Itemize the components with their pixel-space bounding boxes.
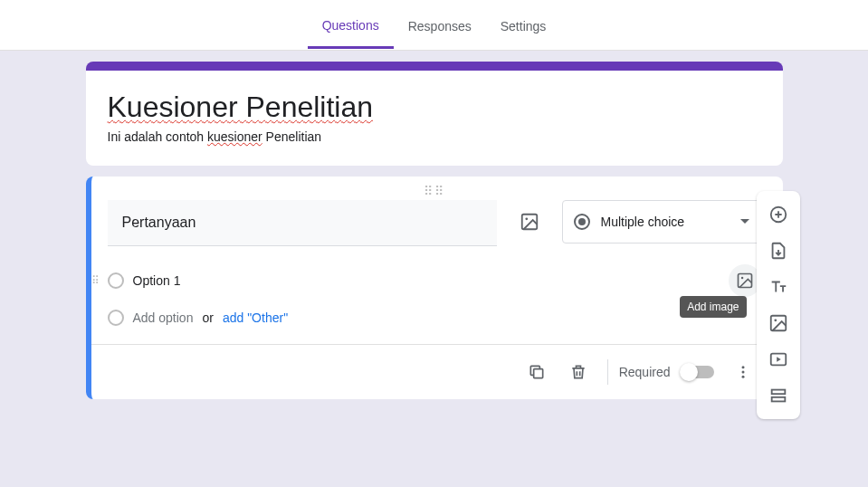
radio-placeholder-icon (108, 310, 124, 326)
or-text: or (202, 310, 213, 325)
add-option-row: Add option or add "Other" (108, 310, 761, 326)
text-icon (768, 277, 788, 297)
tooltip: Add image (680, 296, 746, 318)
option-row: ⠿ (108, 264, 761, 297)
required-label: Required (619, 365, 671, 379)
duplicate-button[interactable] (519, 354, 555, 390)
add-other-button[interactable]: add "Other" (223, 310, 288, 325)
divider (91, 344, 783, 345)
add-section-button[interactable] (762, 379, 795, 412)
svg-point-5 (741, 366, 744, 368)
svg-point-10 (774, 319, 777, 321)
svg-rect-13 (772, 397, 786, 402)
trash-icon (569, 363, 587, 381)
top-tabs: Questions Responses Settings (0, 0, 868, 51)
svg-point-6 (741, 371, 744, 374)
main-area: Kuesioner Penelitian Ini adalah contoh k… (0, 51, 868, 399)
add-video-button[interactable] (762, 343, 795, 376)
add-title-button[interactable] (762, 271, 795, 303)
question-footer: Required (108, 354, 761, 390)
svg-rect-4 (533, 369, 542, 378)
add-image-to-question-button[interactable] (511, 200, 548, 244)
desc-text-squiggle: kuesioner (207, 129, 262, 144)
side-toolbar (757, 191, 800, 419)
delete-button[interactable] (560, 354, 596, 390)
copy-icon (528, 363, 546, 381)
separator (607, 359, 608, 385)
image-icon (736, 272, 754, 290)
form-description[interactable]: Ini adalah contoh kuesioner Penelitian (108, 129, 761, 144)
svg-point-1 (525, 217, 528, 220)
question-card: ⠿⠿ Multiple choice ⠿ (86, 177, 783, 399)
question-header-row: Multiple choice (108, 200, 761, 246)
tab-questions[interactable]: Questions (308, 2, 394, 49)
add-question-button[interactable] (762, 198, 795, 231)
image-icon (520, 212, 539, 232)
tab-responses[interactable]: Responses (394, 3, 486, 48)
desc-text-2: Penelitian (262, 129, 321, 144)
more-options-button[interactable] (725, 354, 761, 390)
chevron-down-icon (740, 219, 749, 224)
add-image-button[interactable] (762, 307, 795, 339)
required-toggle[interactable] (682, 366, 714, 378)
form-title[interactable]: Kuesioner Penelitian (108, 91, 374, 124)
question-type-select[interactable]: Multiple choice (562, 200, 761, 244)
desc-text-1: Ini adalah contoh (108, 129, 208, 144)
drag-handle-icon[interactable]: ⠿⠿ (108, 184, 761, 200)
svg-rect-12 (772, 390, 786, 395)
tab-settings[interactable]: Settings (486, 3, 561, 48)
more-vert-icon (735, 364, 751, 380)
import-icon (768, 241, 788, 261)
radio-icon (574, 214, 590, 230)
radio-placeholder-icon (108, 272, 124, 289)
form-header-card[interactable]: Kuesioner Penelitian Ini adalah contoh k… (86, 62, 783, 166)
video-icon (768, 349, 788, 369)
svg-point-3 (740, 277, 743, 280)
import-questions-button[interactable] (762, 234, 795, 267)
question-input[interactable] (108, 200, 497, 246)
form-column: Kuesioner Penelitian Ini adalah contoh k… (86, 62, 783, 399)
svg-point-7 (741, 376, 744, 378)
plus-circle-icon (768, 205, 788, 224)
type-label: Multiple choice (601, 215, 740, 229)
option-input[interactable] (133, 268, 720, 294)
section-icon (768, 386, 788, 406)
drag-handle-icon[interactable]: ⠿ (91, 274, 100, 287)
image-icon (768, 313, 788, 333)
add-option-button[interactable]: Add option (133, 310, 194, 325)
